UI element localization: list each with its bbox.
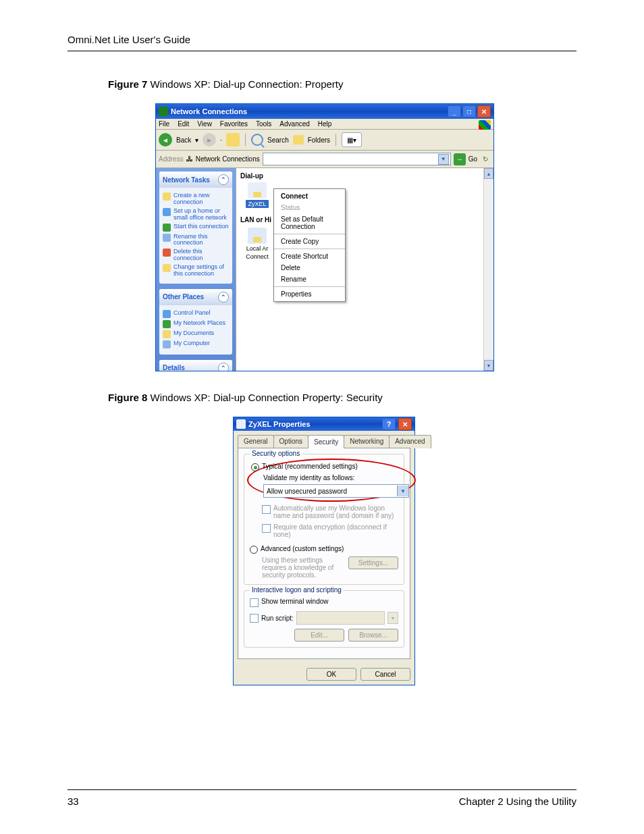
dialup-connection-icon[interactable]: ZyXEL [240,182,274,208]
place-network-places[interactable]: My Network Places [163,320,229,328]
lan-label-2: Connect [246,253,269,260]
network-tasks-header[interactable]: Network Tasks ⌃ [159,172,232,188]
titlebar[interactable]: ZyXEL Properties ? ✕ [234,417,414,431]
connection-label: ZyXEL [246,200,268,208]
place-control-panel[interactable]: Control Panel [163,310,229,318]
task-change-settings[interactable]: Change settings of this connection [163,264,229,278]
minimize-button[interactable]: _ [448,105,461,118]
identity-dropdown[interactable]: Allow unsecured password ▼ [263,484,409,498]
menu-edit[interactable]: Edit [178,120,189,128]
figure-7-caption: Figure 7 Windows XP: Dial-up Connection:… [108,78,576,90]
checkbox-icon [262,524,271,533]
tab-security[interactable]: Security [308,435,344,448]
task-start-connection[interactable]: Start this connection [163,224,229,232]
tab-options[interactable]: Options [273,435,308,448]
details-panel: Details ⌃ ZyXEL Dial-up Disconnected Omn… [159,360,232,371]
menu-create-shortcut[interactable]: Create Shortcut [274,251,345,262]
lan-connection-icon[interactable]: Local Ar Connect [240,228,274,260]
chevron-down-icon[interactable]: ▼ [397,486,408,496]
task-setup-network[interactable]: Set up a home or small office network [163,208,229,221]
section-dialup: Dial-up [240,171,489,182]
menu-view[interactable]: View [197,120,212,128]
menu-rename[interactable]: Rename [274,273,345,285]
check-require-encryption: Require data encryption (disconnect if n… [262,523,398,538]
address-dropdown-icon[interactable]: ▼ [438,154,449,165]
up-button[interactable] [226,133,240,147]
menu-tools[interactable]: Tools [256,120,271,128]
menu-connect[interactable]: Connect [274,190,345,202]
content-area[interactable]: ▲ ▼ Dial-up ZyXEL LAN or Hi Local A [236,168,493,371]
collapse-icon[interactable]: ⌃ [218,174,229,185]
lan-label-1: Local Ar [246,245,269,252]
check-terminal[interactable]: Show terminal window [250,598,398,607]
validate-label: Validate my identity as follows: [263,474,409,481]
menu-file[interactable]: File [159,120,169,128]
chapter-label: Chapter 2 Using the Utility [459,796,576,807]
titlebar[interactable]: Network Connections _ □ ✕ [156,104,493,119]
radio-icon [250,546,258,554]
lan-icon [248,228,267,244]
menu-advanced[interactable]: Advanced [279,120,309,128]
folders-icon[interactable] [293,135,304,145]
collapse-icon[interactable]: ⌃ [218,363,229,371]
help-button[interactable]: ? [382,418,396,430]
scroll-down-icon[interactable]: ▼ [484,360,493,371]
place-my-documents[interactable]: My Documents [163,330,229,338]
checkbox-icon[interactable] [250,614,259,623]
check-auto-logon: Automatically use my Windows logon name … [262,504,398,519]
scroll-up-icon[interactable]: ▲ [484,168,493,179]
edit-button: Edit... [294,629,344,642]
task-pane: Network Tasks ⌃ Create a new connection … [156,168,236,371]
browse-button: Browse... [348,629,398,642]
check-run-script[interactable]: Run script: ▼ [250,611,398,625]
tab-advanced[interactable]: Advanced [389,435,431,448]
links-icon[interactable]: ↻ [480,154,491,165]
menu-create-copy[interactable]: Create Copy [274,236,345,247]
menu-properties[interactable]: Properties [274,288,345,300]
task-rename-connection[interactable]: Rename this connection [163,234,229,247]
menu-delete[interactable]: Delete [274,262,345,273]
checkbox-icon [262,505,271,514]
maximize-button[interactable]: □ [462,105,476,118]
page-header: Omni.Net Lite User's Guide [68,34,576,51]
back-button[interactable]: ◄ [159,133,172,147]
radio-typical[interactable]: Typical (recommended settings) [251,463,409,471]
address-icon: 🖧 [186,155,193,163]
page-footer: 33 Chapter 2 Using the Utility [68,789,576,807]
network-tasks-panel: Network Tasks ⌃ Create a new connection … [159,172,232,284]
place-my-computer[interactable]: My Computer [163,340,229,348]
radio-advanced[interactable]: Advanced (custom settings) [250,545,398,554]
task-delete-connection[interactable]: Delete this connection [163,249,229,262]
search-label[interactable]: Search [267,136,289,144]
other-places-header[interactable]: Other Places ⌃ [159,289,232,305]
address-field[interactable]: ▼ [263,153,451,165]
cancel-button[interactable]: Cancel [360,668,410,681]
menu-help[interactable]: Help [318,120,332,128]
views-button[interactable]: ▦▾ [342,132,362,147]
dialog-title: ZyXEL Properties [248,420,379,428]
forward-button[interactable]: ► [203,133,216,147]
back-label[interactable]: Back [176,136,191,144]
menu-set-default[interactable]: Set as Default Connection [274,213,345,232]
tab-strip: General Options Security Networking Adva… [234,431,414,448]
go-button[interactable]: → [454,153,466,165]
collapse-icon[interactable]: ⌃ [218,292,229,303]
page-number: 33 [68,796,79,807]
folders-label[interactable]: Folders [308,136,330,144]
menu-favorites[interactable]: Favorites [220,120,248,128]
close-button[interactable]: ✕ [477,105,491,118]
properties-dialog: ZyXEL Properties ? ✕ General Options Sec… [233,417,415,685]
search-icon[interactable] [251,134,263,146]
details-header[interactable]: Details ⌃ [159,360,232,371]
script-input [296,611,385,625]
close-button[interactable]: ✕ [398,418,412,430]
tab-general[interactable]: General [238,435,274,448]
context-menu: Connect Status Set as Default Connection… [273,188,346,302]
task-create-connection[interactable]: Create a new connection [163,192,229,206]
scrollbar[interactable]: ▲ ▼ [483,168,493,371]
tab-networking[interactable]: Networking [344,435,390,448]
dialog-icon [236,419,246,429]
checkbox-icon[interactable] [250,598,259,607]
address-label: Address [159,155,184,163]
ok-button[interactable]: OK [306,668,356,681]
